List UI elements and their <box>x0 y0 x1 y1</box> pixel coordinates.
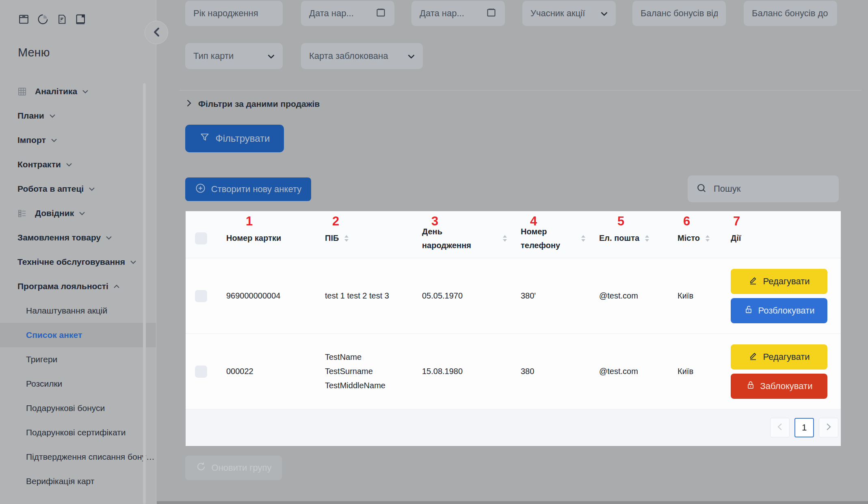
sort-icon[interactable] <box>645 235 649 242</box>
annotation-5: 5 <box>617 215 624 227</box>
sidebar-subitem-triggers[interactable]: Тригери <box>0 347 156 372</box>
sidebar-top-icons <box>18 13 87 26</box>
year-of-birth-input-field[interactable] <box>193 8 275 19</box>
card-blocked-select[interactable]: Карта заблокована <box>301 43 423 69</box>
sidebar-item-contracts[interactable]: Контракти <box>0 152 156 177</box>
sidebar-subitem-card-verification[interactable]: Верифікація карт <box>0 469 156 493</box>
update-group-button[interactable]: Оновити групу <box>185 456 282 480</box>
chevron-down-icon <box>79 212 85 215</box>
sidebar-item-directory[interactable]: Довідник <box>0 201 156 225</box>
sidebar-subitem-gift-bonuses[interactable]: Подарункові бонуси <box>0 396 156 420</box>
book-icon[interactable] <box>75 13 87 26</box>
cell-phone: 380 <box>521 367 599 376</box>
header-birthday[interactable]: Деньнародження <box>422 225 521 252</box>
sidebar-item-analytics[interactable]: Аналітика <box>0 79 156 104</box>
unlock-button[interactable]: Розблокувати <box>731 298 827 323</box>
main-content: Дата нар... Дата нар... Учасник акції Ти… <box>157 0 868 504</box>
pagination-page-current[interactable]: 1 <box>794 418 814 437</box>
chevron-right-icon <box>187 99 191 109</box>
birth-date-to-field[interactable]: Дата нар... <box>411 1 505 26</box>
sidebar-subitem-gift-certificates[interactable]: Подарункові сертифікати <box>0 420 156 445</box>
promo-participant-select[interactable]: Учасник акції <box>522 1 616 26</box>
sidebar-subitem-questionnaire-list[interactable]: Список анкет <box>0 323 156 347</box>
horizontal-scrollbar[interactable] <box>157 501 868 504</box>
row-checkbox[interactable] <box>195 290 207 302</box>
bonus-balance-to-input[interactable] <box>744 1 837 26</box>
section-divider <box>179 90 862 91</box>
filter-button[interactable]: Фільтрувати <box>185 125 284 152</box>
cell-phone: 380' <box>521 291 599 301</box>
sort-icon[interactable] <box>581 235 585 242</box>
sales-filters-toggle[interactable]: Фільтри за даними продажів <box>187 99 320 109</box>
bonus-balance-from-field[interactable] <box>641 8 718 19</box>
sidebar-subitem-label: Подарункові сертифікати <box>26 428 126 437</box>
sort-icon[interactable] <box>503 235 507 242</box>
table-row: 000022 TestName TestSurname TestMiddleNa… <box>186 334 841 409</box>
calendar-icon <box>486 7 497 20</box>
edit-button[interactable]: Редагувати <box>731 269 827 294</box>
sidebar-menu: Аналітика Плани Імпорт Контракти Робота … <box>0 79 156 493</box>
annotation-4: 4 <box>530 215 537 227</box>
row-checkbox[interactable] <box>195 366 207 378</box>
chevron-left-icon <box>153 27 160 38</box>
card-blocked-placeholder: Карта заблокована <box>309 51 388 61</box>
grid-icon <box>17 87 27 96</box>
sidebar-item-label: Технічне обслуговування <box>17 257 125 267</box>
cell-actions: Редагувати Заблокувати <box>731 344 841 399</box>
sidebar-item-label: Імпорт <box>17 135 46 145</box>
sidebar-item-loyalty-program[interactable]: Програма лояльності <box>0 274 156 299</box>
card-type-select[interactable]: Тип карти <box>185 43 283 69</box>
sidebar-item-goods-order[interactable]: Замовлення товару <box>0 225 156 250</box>
birth-date-from-field[interactable]: Дата нар... <box>301 1 394 26</box>
lock-button[interactable]: Заблокувати <box>731 374 827 399</box>
chevron-down-icon <box>66 163 72 167</box>
pagination-next-button[interactable] <box>819 418 838 437</box>
header-email[interactable]: Ел. пошта <box>599 234 678 243</box>
pie-chart-icon[interactable] <box>37 13 49 26</box>
annotation-6: 6 <box>683 215 690 227</box>
header-actions: Дії <box>731 234 841 243</box>
list-icon <box>17 209 27 218</box>
header-phone[interactable]: Номертелефону <box>521 225 599 252</box>
chevron-down-icon <box>130 260 136 264</box>
chevron-down-icon <box>601 8 608 19</box>
bonus-balance-to-field[interactable] <box>752 8 829 19</box>
edit-button[interactable]: Редагувати <box>731 344 827 370</box>
header-city[interactable]: Місто <box>678 234 731 243</box>
search-box[interactable] <box>688 175 839 202</box>
lock-icon <box>746 380 755 392</box>
search-input[interactable] <box>713 183 831 195</box>
sidebar-subitem-label: Подарункові бонуси <box>26 403 105 413</box>
sort-icon[interactable] <box>344 235 348 242</box>
create-questionnaire-button[interactable]: Створити нову анкету <box>185 177 311 201</box>
create-questionnaire-label: Створити нову анкету <box>211 184 301 195</box>
archive-icon[interactable] <box>18 13 30 26</box>
chevron-up-icon <box>114 285 119 288</box>
sidebar-subitem-label: Налаштування акцій <box>26 306 107 316</box>
sidebar-subitem-promo-settings[interactable]: Налаштування акцій <box>0 299 156 323</box>
document-icon[interactable] <box>56 13 68 26</box>
bonus-balance-from-input[interactable] <box>632 1 726 26</box>
chevron-down-icon <box>51 138 57 142</box>
sidebar-item-import[interactable]: Імпорт <box>0 128 156 152</box>
sort-icon[interactable] <box>706 235 710 242</box>
sidebar-item-maintenance[interactable]: Технічне обслуговування <box>0 250 156 274</box>
header-full-name[interactable]: ПІБ <box>325 234 422 243</box>
pencil-icon <box>748 351 758 363</box>
sidebar-item-pharmacy-work[interactable]: Робота в аптеці <box>0 177 156 201</box>
sidebar-scrollbar[interactable] <box>143 83 146 504</box>
sidebar-item-plans[interactable]: Плани <box>0 104 156 128</box>
sidebar-item-label: Контракти <box>17 160 61 169</box>
sidebar-subitem-mailings[interactable]: Розсилки <box>0 372 156 396</box>
plus-circle-icon <box>195 183 206 196</box>
sidebar-subitem-label: Список анкет <box>26 330 82 340</box>
select-all-checkbox[interactable] <box>195 232 207 244</box>
card-type-placeholder: Тип карти <box>193 51 234 61</box>
sidebar-subitem-label: Верифікація карт <box>26 476 94 486</box>
calendar-icon <box>375 7 386 20</box>
pagination-prev-button[interactable] <box>770 418 790 437</box>
sidebar-subitem-bonus-writeoff-confirmation[interactable]: Підтвердження списання бону… <box>0 445 156 469</box>
year-of-birth-input[interactable] <box>185 1 283 26</box>
chevron-down-icon <box>268 51 275 61</box>
sidebar-collapse-button[interactable] <box>145 21 168 44</box>
